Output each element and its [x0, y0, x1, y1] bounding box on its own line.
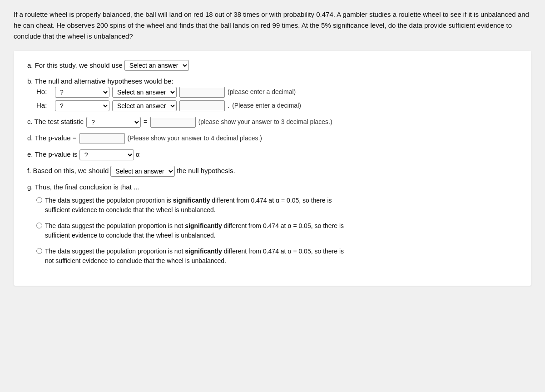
part-c-please: (please show your answer to 3 decimal pl…	[198, 117, 332, 127]
intro-paragraph: If a roulette wheel is properly balanced…	[14, 9, 531, 42]
radio-input-1[interactable]	[36, 197, 42, 203]
ha-comparison-select[interactable]: Select an answer=≠<>≤≥	[112, 100, 177, 111]
part-d-please: (Please show your answer to 4 decimal pl…	[128, 134, 262, 143]
opt2-text-bold: significantly	[185, 222, 222, 229]
question-block: a. For this study, we should use Select …	[14, 51, 531, 286]
alpha-symbol: α	[136, 149, 140, 160]
ha-please: (Please enter a decimal)	[232, 101, 301, 110]
part-e: e. The p-value is ?<>=≤≥ α	[27, 149, 518, 160]
pvalue-compare-select[interactable]: ?<>=≤≥	[79, 149, 134, 160]
part-f-label: f. Based on this, we should	[27, 166, 109, 176]
opt2-text-plain: The data suggest the population proporti…	[45, 222, 185, 229]
part-c: c. The test statistic ?pμσ = (please sho…	[27, 117, 518, 128]
alpha-row: e. The p-value is ?<>=≤≥ α	[27, 149, 518, 160]
part-c-equals: =	[144, 117, 148, 127]
part-f-suffix: the null hypothesis.	[177, 166, 235, 176]
part-b-label: b. The null and alternative hypotheses w…	[27, 76, 518, 87]
ho-row: Ho: ?pμσ Select an answer=≠<>≤≥ (please …	[36, 87, 518, 98]
part-a: a. For this study, we should use Select …	[27, 60, 518, 71]
ha-row: Ha: ?pμσ Select an answer=≠<>≤≥ . (Pleas…	[36, 100, 518, 111]
part-d: d. The p-value = (Please show your answe…	[27, 133, 518, 144]
ho-please: (please enter a decimal)	[228, 87, 296, 97]
ho-label: Ho:	[36, 87, 52, 97]
opt1-text-plain: The data suggest the populaton proportio…	[45, 197, 173, 204]
opt3-text-bold: significantly	[185, 248, 222, 255]
based-on-select[interactable]: Select an answerrejectfail to rejectacce…	[110, 166, 175, 177]
radio-label-1[interactable]: The data suggest the populaton proportio…	[45, 196, 354, 215]
radio-option-1: The data suggest the populaton proportio…	[36, 196, 518, 215]
radio-input-2[interactable]	[36, 223, 42, 228]
test-stat-symbol-select[interactable]: ?pμσ	[86, 117, 141, 128]
radio-option-3: The data suggest the population proporti…	[36, 247, 518, 266]
part-g: g. Thus, the final conclusion is that ..…	[27, 182, 518, 266]
ha-value-input[interactable]	[179, 100, 225, 111]
opt3-text-plain: The data suggest the population proporti…	[45, 248, 185, 255]
part-c-label: c. The test statistic	[27, 117, 84, 127]
radio-input-3[interactable]	[36, 248, 42, 254]
ho-comparison-select[interactable]: Select an answer=≠<>≤≥	[112, 87, 177, 98]
radio-label-3[interactable]: The data suggest the population proporti…	[45, 247, 354, 266]
opt1-text-bold: significantly	[173, 197, 210, 204]
ha-symbol-select[interactable]: ?pμσ	[55, 100, 109, 111]
part-g-label: g. Thus, the final conclusion is that ..…	[27, 182, 518, 193]
part-d-label: d. The p-value =	[27, 133, 77, 144]
part-a-label: a. For this study, we should use	[27, 61, 123, 69]
ho-symbol-select[interactable]: ?pμσ	[55, 87, 109, 98]
part-e-label: e. The p-value is	[27, 149, 78, 160]
pvalue-input[interactable]	[79, 133, 125, 144]
ho-value-input[interactable]	[179, 87, 225, 98]
test-stat-row: c. The test statistic ?pμσ = (please sho…	[27, 117, 518, 128]
test-stat-input[interactable]	[150, 117, 196, 128]
part-f: f. Based on this, we should Select an an…	[27, 166, 518, 177]
pvalue-row: d. The p-value = (Please show your answe…	[27, 133, 518, 144]
radio-label-2[interactable]: The data suggest the population proporti…	[45, 221, 354, 240]
part-a-select[interactable]: Select an answera z-testa t-testa chi-sq…	[124, 60, 189, 71]
part-b: b. The null and alternative hypotheses w…	[27, 76, 518, 111]
ha-label: Ha:	[36, 100, 52, 111]
radio-option-2: The data suggest the population proporti…	[36, 221, 518, 240]
based-row: f. Based on this, we should Select an an…	[27, 166, 518, 177]
